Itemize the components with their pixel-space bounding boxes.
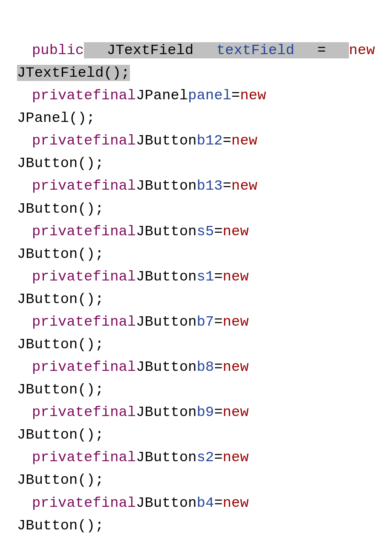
code-token: JButton(); bbox=[17, 336, 104, 353]
code-token: private bbox=[32, 314, 92, 330]
code-token: JButton(); bbox=[17, 291, 104, 307]
code-token: private bbox=[32, 133, 92, 149]
code-token: = bbox=[294, 42, 349, 58]
code-token: = bbox=[214, 495, 222, 511]
code-token: JTextField bbox=[84, 42, 216, 58]
code-token: private bbox=[32, 223, 92, 240]
code-token: final bbox=[92, 359, 136, 375]
code-line: JButton(); bbox=[17, 379, 375, 401]
code-token: JButton(); bbox=[17, 427, 104, 443]
code-token: panel bbox=[188, 87, 231, 104]
code-token: new bbox=[223, 269, 249, 285]
code-line: private final JButton s5 = new bbox=[17, 220, 375, 243]
code-token: b7 bbox=[197, 314, 214, 330]
code-token: JButton bbox=[136, 449, 196, 465]
code-token: JButton bbox=[136, 178, 196, 194]
code-line: JTextField(); bbox=[17, 62, 375, 84]
code-token: = bbox=[214, 314, 222, 330]
code-line: private final JButton s1 = new bbox=[17, 266, 375, 288]
code-line: JButton(); bbox=[17, 515, 375, 537]
code-line: private final JButton b9 = new bbox=[17, 401, 375, 424]
code-token: new bbox=[231, 178, 257, 194]
code-token: final bbox=[92, 404, 136, 420]
code-line: private final JPanel panel = new bbox=[17, 84, 375, 107]
code-token: private bbox=[32, 269, 92, 285]
code-token: private bbox=[32, 178, 92, 194]
code-token: s5 bbox=[197, 223, 214, 240]
code-token: new bbox=[223, 314, 249, 330]
code-token: public bbox=[32, 42, 84, 58]
code-token: = bbox=[214, 223, 222, 240]
code-token: new bbox=[223, 223, 249, 240]
code-line: private final JButton b12 = new bbox=[17, 130, 375, 152]
code-token: final bbox=[92, 87, 136, 104]
code-token: final bbox=[92, 223, 136, 240]
code-token: b8 bbox=[197, 359, 214, 375]
code-token: = bbox=[214, 404, 222, 420]
code-line: public JTextField textField = new bbox=[17, 39, 375, 62]
code-token: private bbox=[32, 495, 92, 511]
code-token: JButton bbox=[136, 133, 196, 149]
code-token: = bbox=[223, 133, 231, 149]
code-token: b4 bbox=[197, 495, 214, 511]
code-token: final bbox=[92, 495, 136, 511]
code-token: new bbox=[240, 87, 266, 104]
code-token: JPanel(); bbox=[17, 110, 95, 126]
code-token: s2 bbox=[197, 449, 214, 465]
code-line: JButton(); bbox=[17, 152, 375, 175]
code-token: JButton(); bbox=[17, 517, 104, 534]
code-token: private bbox=[32, 359, 92, 375]
code-token: = bbox=[214, 359, 222, 375]
code-token: JButton bbox=[136, 223, 196, 240]
code-token: textField bbox=[216, 42, 294, 58]
code-token: new bbox=[231, 133, 257, 149]
code-token: JButton(); bbox=[17, 201, 104, 217]
code-token: b9 bbox=[197, 404, 214, 420]
code-line: JButton(); bbox=[17, 198, 375, 220]
code-token: = bbox=[214, 269, 222, 285]
code-line: JButton(); bbox=[17, 424, 375, 446]
code-token: final bbox=[92, 269, 136, 285]
code-token: new bbox=[223, 495, 249, 511]
code-token: JButton bbox=[136, 269, 196, 285]
code-token: b12 bbox=[197, 133, 223, 149]
code-token: JPanel bbox=[136, 87, 188, 104]
code-token: JButton(); bbox=[17, 246, 104, 262]
code-token: new bbox=[223, 404, 249, 420]
code-token: JButton bbox=[136, 495, 196, 511]
code-token: JButton(); bbox=[17, 155, 104, 171]
code-token: JButton bbox=[136, 359, 196, 375]
code-token: JButton bbox=[136, 404, 196, 420]
code-token: new bbox=[349, 42, 375, 58]
code-token: final bbox=[92, 133, 136, 149]
code-token: private bbox=[32, 404, 92, 420]
code-token: final bbox=[92, 314, 136, 330]
code-token: JTextField(); bbox=[17, 65, 130, 81]
code-token: = bbox=[214, 449, 222, 465]
code-line: JButton(); bbox=[17, 243, 375, 266]
code-token: new bbox=[223, 449, 249, 465]
code-line: JButton(); bbox=[17, 469, 375, 491]
code-line: private final JButton b7 = new bbox=[17, 311, 375, 333]
code-token: JButton bbox=[136, 314, 196, 330]
code-line: private final JButton s2 = new bbox=[17, 446, 375, 469]
code-token: JButton(); bbox=[17, 472, 104, 488]
code-token: new bbox=[223, 359, 249, 375]
code-line: private final JButton b13 = new bbox=[17, 175, 375, 197]
code-line: JButton(); bbox=[17, 288, 375, 311]
code-token: = bbox=[231, 87, 240, 104]
code-line: private final JButton b4 = new bbox=[17, 492, 375, 515]
code-token: JButton(); bbox=[17, 382, 104, 398]
code-line: JButton(); bbox=[17, 333, 375, 356]
code-token: final bbox=[92, 449, 136, 465]
code-token: private bbox=[32, 449, 92, 465]
code-token: = bbox=[223, 178, 231, 194]
code-line: private final JButton b8 = new bbox=[17, 356, 375, 379]
code-token: b13 bbox=[197, 178, 223, 194]
code-block: public JTextField textField = newJTextFi… bbox=[17, 39, 375, 537]
code-line: JPanel(); bbox=[17, 107, 375, 130]
code-token: final bbox=[92, 178, 136, 194]
code-token: private bbox=[32, 87, 92, 104]
code-token: s1 bbox=[197, 269, 214, 285]
